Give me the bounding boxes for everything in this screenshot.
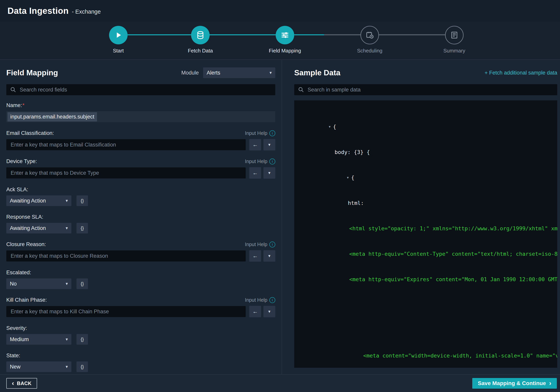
fetch-additional-sample-data-link[interactable]: + Fetch additional sample data — [485, 70, 557, 76]
chevron-right-icon: › — [549, 380, 551, 387]
step-scheduling[interactable] — [360, 26, 379, 44]
stepper-connector — [128, 34, 191, 35]
ack-sla-value: Awaiting Action — [10, 198, 46, 204]
response-sla-select[interactable]: Awaiting Action ▾ — [6, 223, 71, 233]
email-classification-input[interactable] — [6, 139, 246, 150]
step-summary[interactable] — [445, 26, 464, 44]
json-line: { — [351, 173, 354, 182]
input-help[interactable]: Input Help i — [245, 241, 275, 247]
search-sample-data-input[interactable] — [308, 87, 554, 93]
escalated-select[interactable]: No ▾ — [6, 278, 71, 289]
braces-icon: {} — [81, 337, 84, 342]
field-severity: Severity: Medium ▾ {} — [6, 325, 275, 345]
name-label: Name: — [6, 102, 22, 108]
blank-line — [294, 301, 557, 309]
chevron-down-icon: ▾ — [66, 226, 68, 231]
input-help[interactable]: Input Help i — [245, 159, 275, 164]
chevron-down-icon: ▾ — [268, 253, 270, 259]
chevron-down-icon: ▾ — [268, 170, 270, 175]
json-line: { — [333, 122, 336, 131]
back-button[interactable]: ‹ BACK — [6, 378, 37, 389]
json-expression-button[interactable]: {} — [77, 334, 88, 345]
field-closure-reason: Closure Reason: Input Help i ← ▾ — [6, 241, 275, 262]
save-mapping-continue-button[interactable]: Save Mapping & Continue › — [472, 378, 557, 389]
field-options-button[interactable]: ▾ — [263, 139, 275, 151]
page-subtitle: - Exchange — [72, 7, 101, 15]
field-email-classification: Email Classification: Input Help i ← ▾ — [6, 130, 275, 151]
database-icon — [196, 30, 205, 40]
field-options-button[interactable]: ▾ — [263, 167, 275, 179]
stepper-connector — [294, 34, 360, 35]
severity-select[interactable]: Medium ▾ — [6, 334, 71, 345]
json-expression-button[interactable]: {} — [77, 195, 88, 206]
field-label: Response SLA: — [6, 214, 43, 220]
wizard-stepper: Start Fetch Data Field Mapping — [0, 22, 560, 60]
sample-data-viewer[interactable]: ▾{ body: {3} { ▾{ html: <html style="opa… — [294, 100, 557, 368]
step-summary-label: Summary — [419, 48, 490, 54]
json-expression-button[interactable]: {} — [77, 362, 88, 372]
input-help[interactable]: Input Help i — [245, 297, 275, 303]
closure-reason-input[interactable] — [6, 251, 246, 261]
state-select[interactable]: New ▾ — [6, 362, 71, 372]
device-type-input[interactable] — [6, 167, 246, 179]
field-options-button[interactable]: ▾ — [263, 306, 275, 317]
name-input[interactable]: input.params.email.headers.subject — [6, 111, 275, 122]
step-field-mapping[interactable] — [276, 26, 294, 44]
step-start-label: Start — [83, 48, 154, 54]
kill-chain-phase-input[interactable] — [6, 306, 246, 317]
state-value: New — [10, 364, 20, 370]
chevron-down-icon: ▾ — [66, 364, 68, 369]
input-help[interactable]: Input Help i — [245, 130, 275, 136]
stepper-connector — [379, 34, 445, 35]
json-line: body: {3} { — [335, 148, 370, 156]
html-code-line: <meta http-equiv="Content-Type" content=… — [349, 250, 557, 258]
braces-icon: {} — [81, 225, 84, 231]
revert-button[interactable]: ← — [249, 167, 261, 179]
sample-data-search[interactable] — [294, 84, 557, 95]
wizard-footer: ‹ BACK Save Mapping & Continue › — [0, 374, 560, 392]
json-expression-button[interactable]: {} — [77, 278, 88, 289]
module-label: Module — [181, 70, 199, 76]
step-fetch-data[interactable] — [191, 26, 210, 44]
info-icon[interactable]: i — [269, 297, 275, 303]
braces-icon: {} — [81, 198, 84, 203]
field-escalated: Escalated: No ▾ {} — [6, 270, 275, 289]
collapse-arrow-icon[interactable]: ▾ — [346, 173, 349, 182]
name-value: input.params.email.headers.subject — [8, 112, 97, 121]
input-help-label: Input Help — [245, 159, 267, 164]
html-code-line: <html style="opacity: 1;" xmlns="http://… — [349, 224, 557, 233]
arrow-left-icon: ← — [252, 170, 258, 176]
chevron-left-icon: ‹ — [12, 380, 14, 387]
field-options-button[interactable]: ▾ — [263, 250, 275, 262]
sliders-icon — [280, 30, 290, 40]
back-button-label: BACK — [17, 381, 31, 386]
json-expression-button[interactable]: {} — [77, 223, 88, 233]
revert-button[interactable]: ← — [249, 250, 261, 262]
play-icon — [114, 30, 123, 40]
json-line: html: — [348, 199, 364, 207]
info-icon[interactable]: i — [269, 130, 275, 136]
page-title: Data Ingestion — [8, 6, 69, 16]
collapse-arrow-icon[interactable]: ▾ — [328, 122, 331, 131]
arrow-left-icon: ← — [252, 308, 258, 315]
field-label: State: — [6, 352, 20, 359]
summary-icon — [450, 30, 459, 40]
module-select[interactable]: Alerts ▾ — [203, 67, 275, 78]
search-record-fields-input[interactable] — [20, 87, 272, 93]
chevron-down-icon: ▾ — [66, 198, 68, 203]
field-label: Escalated: — [6, 270, 31, 276]
field-mapping-title: Field Mapping — [6, 68, 58, 77]
info-icon[interactable]: i — [269, 241, 275, 247]
chevron-down-icon: ▾ — [268, 142, 270, 147]
chevron-down-icon: ▾ — [66, 337, 68, 342]
field-label: Closure Reason: — [6, 241, 46, 247]
stepper-connector — [210, 34, 276, 35]
step-start[interactable] — [109, 26, 128, 44]
record-fields-search[interactable] — [6, 84, 275, 95]
severity-value: Medium — [10, 336, 29, 342]
info-icon[interactable]: i — [269, 159, 275, 164]
ack-sla-select[interactable]: Awaiting Action ▾ — [6, 195, 71, 206]
revert-button[interactable]: ← — [249, 139, 261, 151]
required-indicator: * — [22, 102, 25, 108]
revert-button[interactable]: ← — [249, 306, 261, 317]
